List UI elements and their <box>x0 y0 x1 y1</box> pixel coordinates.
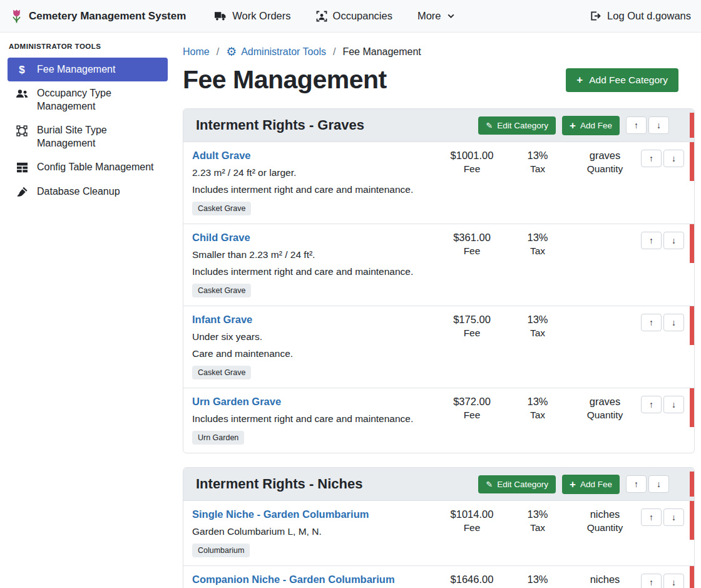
fee-reorder-controls: ↑ ↓ <box>641 396 695 413</box>
add-fee-category-label: Add Fee Category <box>589 75 668 86</box>
move-fee-down-button[interactable]: ↓ <box>663 396 684 413</box>
fee-amount-label: Fee <box>437 328 506 339</box>
nav-more[interactable]: More <box>417 10 455 22</box>
tax-cell: 13% Tax <box>506 150 569 215</box>
move-fee-up-button[interactable]: ↑ <box>641 314 662 331</box>
arrow-up-icon: ↑ <box>649 153 653 163</box>
quantity-value: graves <box>569 396 641 408</box>
tax-label: Tax <box>506 245 569 257</box>
quantity-cell: niches Quantity <box>569 574 641 588</box>
move-fee-up-button[interactable]: ↑ <box>641 150 662 167</box>
breadcrumb-home-link[interactable]: Home <box>183 46 210 58</box>
arrow-down-icon: ↓ <box>672 400 676 410</box>
dollar-icon: $ <box>15 63 29 75</box>
sidebar-item-occupancy-type[interactable]: Occupancy Type Management <box>8 81 168 118</box>
fee-name-link[interactable]: Urn Garden Grave <box>192 396 437 408</box>
fee-edge-accent <box>690 388 694 427</box>
move-category-up-button[interactable]: ↑ <box>626 116 647 134</box>
fee-amount-value: $1646.00 <box>437 574 506 585</box>
breadcrumb-separator: / <box>217 46 219 58</box>
category-header: Interment Rights - Niches ✎ Edit Categor… <box>183 468 694 500</box>
fee-name-link[interactable]: Companion Niche - Garden Columbarium <box>192 574 437 585</box>
edit-category-button[interactable]: ✎ Edit Category <box>478 475 556 493</box>
add-fee-category-button[interactable]: + Add Fee Category <box>566 68 678 92</box>
category-title: Interment Rights - Niches <box>196 476 362 492</box>
fee-name-link[interactable]: Child Grave <box>192 232 437 244</box>
fee-reorder-controls: ↑ ↓ <box>641 314 695 331</box>
sidebar-item-burial-site-type[interactable]: Burial Site Type Management <box>8 118 168 155</box>
fee-type-badge: Urn Garden <box>192 431 244 445</box>
sidebar-item-database-cleanup[interactable]: Database Cleanup <box>8 180 168 204</box>
sidebar-item-fee-management[interactable]: $ Fee Management <box>8 58 168 81</box>
fee-row: Infant Grave Under six years.Care and ma… <box>183 306 694 388</box>
category-actions: ✎ Edit Category + Add Fee ↑ ↓ <box>478 116 682 135</box>
move-category-down-button[interactable]: ↓ <box>648 116 669 134</box>
fee-name-link[interactable]: Adult Grave <box>192 150 437 162</box>
fee-description: Garden Columbarium L, M, N. <box>192 526 437 537</box>
fee-row: Companion Niche - Garden Columbarium Gar… <box>183 565 694 588</box>
fee-description: 2.23 m² / 24 ft² or larger. <box>192 167 437 178</box>
nav-links: Work Orders Occupancies More <box>215 10 454 22</box>
tax-label: Tax <box>506 410 569 421</box>
app-title: Cemetery Management System <box>29 10 186 23</box>
quantity-cell: graves Quantity <box>569 396 641 445</box>
move-fee-down-button[interactable]: ↓ <box>663 574 684 588</box>
fee-category-card: Interment Rights - Graves ✎ Edit Categor… <box>183 108 695 453</box>
fee-amount-label: Fee <box>437 245 506 257</box>
add-fee-button[interactable]: + Add Fee <box>562 475 620 494</box>
nav-label: More <box>417 10 441 22</box>
fee-name-link[interactable]: Infant Grave <box>192 314 437 326</box>
move-fee-down-button[interactable]: ↓ <box>663 232 684 249</box>
edit-category-button[interactable]: ✎ Edit Category <box>478 116 556 135</box>
category-reorder-controls: ↑ ↓ <box>626 475 669 493</box>
add-fee-button[interactable]: + Add Fee <box>562 116 620 135</box>
quantity-cell: niches Quantity <box>569 508 641 557</box>
app-brand[interactable]: Cemetery Management System <box>10 8 186 24</box>
arrow-up-icon: ↑ <box>649 577 653 587</box>
fee-description: Smaller than 2.23 m² / 24 ft². <box>192 249 437 260</box>
vector-square-icon <box>15 124 29 137</box>
fee-description: Includes interment right and care and ma… <box>192 413 437 425</box>
pencil-icon: ✎ <box>486 480 493 488</box>
move-fee-up-button[interactable]: ↑ <box>641 508 662 526</box>
fee-list: Adult Grave 2.23 m² / 24 ft² or larger.I… <box>183 142 694 453</box>
tax-value: 13% <box>506 574 569 585</box>
fee-type-badge: Casket Grave <box>192 284 251 297</box>
plus-icon: + <box>570 120 576 131</box>
move-fee-up-button[interactable]: ↑ <box>641 232 662 249</box>
quantity-label: Quantity <box>569 522 641 534</box>
move-fee-down-button[interactable]: ↓ <box>663 508 684 526</box>
move-fee-down-button[interactable]: ↓ <box>663 314 684 331</box>
arrow-up-icon: ↑ <box>649 400 653 410</box>
quantity-value: niches <box>569 508 641 520</box>
fee-amount-cell: $175.00 Fee <box>437 314 506 379</box>
tax-value: 13% <box>506 314 569 326</box>
fee-name-link[interactable]: Single Niche - Garden Columbarium <box>192 508 437 520</box>
nav-occupancies[interactable]: Occupancies <box>316 10 392 22</box>
add-fee-label: Add Fee <box>580 121 612 130</box>
title-row: Fee Management + Add Fee Category <box>183 65 695 95</box>
nav-work-orders[interactable]: Work Orders <box>215 10 290 22</box>
move-category-down-button[interactable]: ↓ <box>648 475 669 493</box>
users-icon <box>15 87 29 99</box>
move-category-up-button[interactable]: ↑ <box>626 475 647 493</box>
tax-cell: 13% Tax <box>506 232 569 297</box>
sidebar-item-config-table[interactable]: Config Table Management <box>8 155 168 179</box>
arrow-up-icon: ↑ <box>649 512 653 522</box>
fee-info-cell: Single Niche - Garden Columbarium Garden… <box>192 508 437 557</box>
fee-amount-cell: $1001.00 Fee <box>437 150 506 215</box>
category-actions: ✎ Edit Category + Add Fee ↑ ↓ <box>478 475 682 494</box>
fee-info-cell: Companion Niche - Garden Columbarium Gar… <box>192 574 437 588</box>
edit-category-label: Edit Category <box>497 480 548 489</box>
move-fee-down-button[interactable]: ↓ <box>663 150 684 167</box>
add-fee-label: Add Fee <box>580 480 612 489</box>
arrow-down-icon: ↓ <box>672 153 676 163</box>
move-fee-up-button[interactable]: ↑ <box>641 396 662 413</box>
fee-edge-accent <box>690 566 694 588</box>
sidebar-heading: ADMINISTRATOR TOOLS <box>0 43 175 58</box>
move-fee-up-button[interactable]: ↑ <box>641 574 662 588</box>
quantity-value: niches <box>569 574 641 585</box>
logout-button[interactable]: Log Out d.gowans <box>590 10 691 22</box>
breadcrumb-admin-tools-link[interactable]: ⚙ Administrator Tools <box>226 46 326 58</box>
fee-info-cell: Urn Garden Grave Includes interment righ… <box>192 396 437 445</box>
